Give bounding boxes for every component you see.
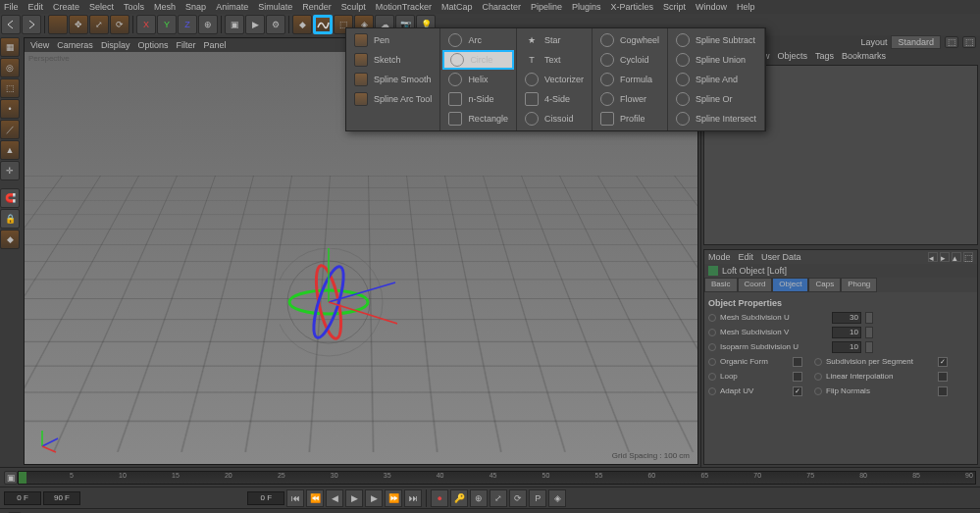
menu-character[interactable]: Character [482,2,521,12]
spline-item-spline-union[interactable]: Spline Union [670,50,762,70]
vpmenu-display[interactable]: Display [101,40,130,50]
render-view-button[interactable]: ▣ [225,15,244,34]
spline-item-formula[interactable]: Formula [594,70,665,89]
spline-item-cogwheel[interactable]: Cogwheel [594,30,665,50]
spline-item-sketch[interactable]: Sketch [348,50,438,70]
tool-x-button[interactable]: X [136,15,156,34]
texture-mode-button[interactable]: ◎ [0,58,20,77]
key-pla-button[interactable]: ◈ [548,489,566,507]
goto-start-button[interactable]: ⏮ [286,489,304,507]
attr-tab-phong[interactable]: Phong [841,278,877,292]
prev-frame-button[interactable]: ◀ [326,489,343,507]
menu-plugins[interactable]: Plugins [572,2,601,12]
param-anim-dot[interactable] [708,387,716,395]
workplane-button[interactable]: ⬚ [0,78,20,98]
spline-item-arc[interactable]: Arc [442,30,514,50]
param-anim-dot[interactable] [814,358,822,366]
current-frame-field[interactable]: 0 F [247,491,284,505]
layout-icon1[interactable]: ⬚ [945,36,958,48]
redo-button[interactable] [22,15,41,34]
menu-script[interactable]: Script [663,2,686,12]
spline-item-flower[interactable]: Flower [594,89,665,109]
param-checkbox[interactable] [938,386,948,396]
spline-item-star[interactable]: ★Star [519,30,590,50]
scale-button[interactable]: ⤢ [89,15,109,34]
play-button[interactable]: ▶ [345,489,363,507]
menu-snap[interactable]: Snap [185,2,206,12]
render-pv-button[interactable]: ▶ [245,15,265,34]
timeline-playhead[interactable] [19,472,26,484]
frame-start-field[interactable]: 0 F [4,491,41,505]
primitive-button[interactable]: ◆ [292,15,312,34]
param-value-field[interactable]: 10 [832,327,861,338]
menu-edit[interactable]: Edit [28,2,44,12]
layout-icon2[interactable]: ⬚ [962,36,976,48]
param-checkbox[interactable] [793,386,802,396]
param-checkbox[interactable] [938,357,948,367]
objmgr-menu-tags[interactable]: Tags [815,51,834,61]
prev-key-button[interactable]: ⏪ [306,489,324,507]
undo-button[interactable] [1,15,21,34]
menu-window[interactable]: Window [696,2,727,12]
spline-item-vectorizer[interactable]: Vectorizer [519,70,590,89]
spline-item-spline-subtract[interactable]: Spline Subtract [670,30,762,50]
menu-sculpt[interactable]: Sculpt [341,2,366,12]
vpmenu-options[interactable]: Options [137,40,168,50]
spline-item-n-side[interactable]: n-Side [442,89,514,109]
attr-menu-userdata[interactable]: User Data [761,252,801,262]
param-anim-dot[interactable] [708,343,716,351]
axis-mode-button[interactable]: ✛ [0,161,20,180]
param-anim-dot[interactable] [708,358,716,366]
workplane-lock-button[interactable]: 🔒 [0,209,20,229]
tool-button[interactable]: ◆ [0,230,20,249]
param-checkbox[interactable] [938,372,948,382]
param-anim-dot[interactable] [814,387,822,395]
autokey-button[interactable]: 🔑 [450,489,468,507]
vpmenu-filter[interactable]: Filter [176,40,195,50]
param-value-field[interactable]: 10 [832,341,861,353]
param-anim-dot[interactable] [814,373,822,381]
menu-help[interactable]: Help [737,2,755,12]
vpmenu-cameras[interactable]: Cameras [57,40,93,50]
key-pos-button[interactable]: ⊕ [470,489,488,507]
spline-item-helix[interactable]: Helix [442,70,514,89]
spline-item-circle[interactable]: Circle [442,50,514,70]
snap-button[interactable]: 🧲 [0,188,20,208]
key-param-button[interactable]: P [529,489,546,507]
attr-menu-edit[interactable]: Edit [739,252,754,262]
edge-mode-button[interactable]: ／ [0,120,20,139]
move-button[interactable]: ✥ [69,15,88,34]
timeline-start-toggle[interactable]: ▣ [4,471,18,485]
live-select-button[interactable] [48,15,68,34]
spline-item-text[interactable]: TText [519,50,590,70]
spline-item-spline-smooth[interactable]: Spline Smooth [348,70,438,89]
spline-item-4-side[interactable]: 4-Side [519,89,590,109]
spline-item-spline-or[interactable]: Spline Or [670,89,762,109]
menu-tools[interactable]: Tools [124,2,144,12]
rotate-button[interactable]: ⟳ [110,15,129,34]
menu-motiontracker[interactable]: MotionTracker [376,2,432,12]
spline-item-profile[interactable]: Profile [594,109,665,128]
spline-item-cycloid[interactable]: Cycloid [594,50,665,70]
next-key-button[interactable]: ⏩ [385,489,402,507]
param-spinner[interactable] [865,312,873,324]
attr-nav-next[interactable]: ▸ [940,252,950,262]
attr-menu-mode[interactable]: Mode [708,252,731,262]
param-spinner[interactable] [865,327,873,338]
model-mode-button[interactable]: ▦ [0,37,20,57]
param-spinner[interactable] [865,341,873,353]
coord-sys-button[interactable]: ⊕ [198,15,218,34]
poly-mode-button[interactable]: ▲ [0,140,20,160]
spline-item-spline-and[interactable]: Spline And [670,70,762,89]
frame-end-field[interactable]: 90 F [43,491,80,505]
attr-tab-object[interactable]: Object [772,278,808,292]
vpmenu-panel[interactable]: Panel [203,40,226,50]
attr-nav-lock[interactable]: ⬚ [963,252,973,262]
tool-y-button[interactable]: Y [157,15,177,34]
goto-end-button[interactable]: ⏭ [404,489,422,507]
attr-tab-coord[interactable]: Coord [738,278,773,292]
spline-item-rectangle[interactable]: Rectangle [442,109,514,128]
timeline-track[interactable]: 051015202530354045505560657075808590 [18,471,976,485]
menu-matcap[interactable]: MatCap [441,2,473,12]
menu-render[interactable]: Render [302,2,332,12]
